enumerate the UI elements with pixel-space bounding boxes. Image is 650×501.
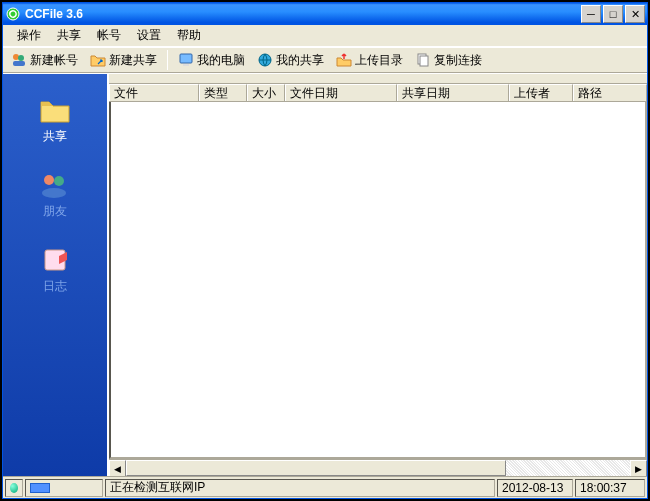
col-path[interactable]: 路径 [573, 84, 647, 101]
menu-account[interactable]: 帐号 [89, 25, 129, 46]
svg-point-0 [7, 8, 19, 20]
close-button[interactable]: ✕ [625, 5, 645, 23]
col-size[interactable]: 大小 [247, 84, 285, 101]
status-date: 2012-08-13 [497, 479, 573, 497]
globe-indicator-icon [10, 483, 18, 493]
my-computer-label: 我的电脑 [197, 52, 245, 69]
svg-point-9 [44, 175, 54, 185]
col-uploader[interactable]: 上传者 [509, 84, 573, 101]
menu-settings[interactable]: 设置 [129, 25, 169, 46]
toolbar-separator [167, 50, 168, 70]
scroll-thumb[interactable] [126, 460, 506, 476]
svg-point-2 [18, 55, 24, 61]
svg-point-10 [54, 176, 64, 186]
computer-icon [178, 52, 194, 68]
table-header: 文件 类型 大小 文件日期 共享日期 上传者 路径 [109, 84, 647, 102]
scroll-left-button[interactable]: ◀ [109, 460, 126, 477]
sidebar-friends-label: 朋友 [43, 203, 67, 220]
progress-block [30, 483, 50, 493]
globe-icon [257, 52, 273, 68]
new-share-label: 新建共享 [109, 52, 157, 69]
sidebar-item-share[interactable]: 共享 [25, 92, 85, 149]
col-file[interactable]: 文件 [109, 84, 199, 101]
table-body[interactable] [109, 102, 647, 459]
col-share-date[interactable]: 共享日期 [397, 84, 509, 101]
maximize-button[interactable]: □ [603, 5, 623, 23]
svg-point-1 [13, 54, 19, 60]
users-icon [11, 52, 27, 68]
menu-help[interactable]: 帮助 [169, 25, 209, 46]
menubar: 操作 共享 帐号 设置 帮助 [3, 25, 647, 47]
status-message: 正在检测互联网IP [105, 479, 495, 497]
folder-icon [39, 96, 71, 124]
scroll-right-button[interactable]: ▶ [630, 460, 647, 477]
menu-share[interactable]: 共享 [49, 25, 89, 46]
upload-icon [336, 52, 352, 68]
horizontal-scrollbar[interactable]: ◀ ▶ [109, 459, 647, 476]
minimize-button[interactable]: ─ [581, 5, 601, 23]
folder-share-icon [90, 52, 106, 68]
status-progress [25, 479, 103, 497]
sidebar-item-logs[interactable]: 日志 [25, 242, 85, 299]
my-share-label: 我的共享 [276, 52, 324, 69]
svg-rect-4 [180, 54, 192, 63]
friends-icon [39, 171, 71, 199]
sidebar-share-label: 共享 [43, 128, 67, 145]
progress-area [109, 74, 647, 84]
window-title: CCFile 3.6 [25, 7, 581, 21]
copy-link-label: 复制连接 [434, 52, 482, 69]
copy-link-button[interactable]: 复制连接 [411, 50, 486, 71]
new-account-button[interactable]: 新建帐号 [7, 50, 82, 71]
status-indicator [5, 479, 23, 497]
upload-dir-button[interactable]: 上传目录 [332, 50, 407, 71]
svg-rect-3 [13, 61, 25, 66]
menu-operation[interactable]: 操作 [9, 25, 49, 46]
sidebar: 共享 朋友 日志 [3, 74, 107, 476]
svg-rect-8 [420, 56, 428, 66]
col-file-date[interactable]: 文件日期 [285, 84, 397, 101]
upload-dir-label: 上传目录 [355, 52, 403, 69]
my-share-button[interactable]: 我的共享 [253, 50, 328, 71]
my-computer-button[interactable]: 我的电脑 [174, 50, 249, 71]
sidebar-logs-label: 日志 [43, 278, 67, 295]
toolbar: 新建帐号 新建共享 我的电脑 我的共享 上传目录 复制连接 [3, 47, 647, 73]
main-panel: 文件 类型 大小 文件日期 共享日期 上传者 路径 ◀ ▶ [107, 74, 647, 476]
statusbar: 正在检测互联网IP 2012-08-13 18:00:37 [3, 476, 647, 498]
copy-icon [415, 52, 431, 68]
new-account-label: 新建帐号 [30, 52, 78, 69]
scroll-track[interactable] [126, 460, 630, 476]
titlebar[interactable]: CCFile 3.6 ─ □ ✕ [3, 3, 647, 25]
svg-point-11 [42, 188, 66, 198]
app-window: CCFile 3.6 ─ □ ✕ 操作 共享 帐号 设置 帮助 新建帐号 新建共… [2, 2, 648, 499]
content-area: 共享 朋友 日志 文件 类型 大小 文件日期 共享日期 上传者 路径 [3, 73, 647, 476]
new-share-button[interactable]: 新建共享 [86, 50, 161, 71]
app-icon [5, 6, 21, 22]
window-controls: ─ □ ✕ [581, 5, 645, 23]
svg-rect-5 [183, 64, 189, 66]
col-type[interactable]: 类型 [199, 84, 247, 101]
status-time: 18:00:37 [575, 479, 645, 497]
logs-icon [39, 246, 71, 274]
sidebar-item-friends[interactable]: 朋友 [25, 167, 85, 224]
